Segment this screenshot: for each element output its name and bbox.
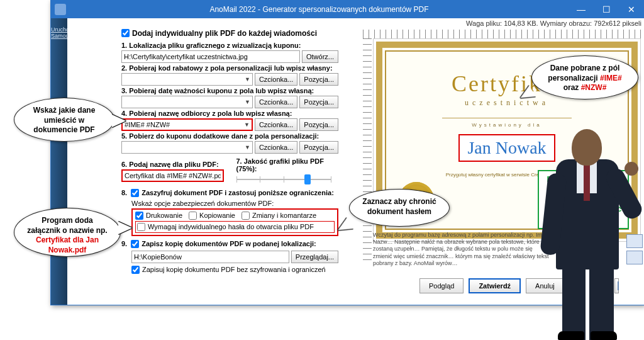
position-button-3[interactable]: Pozycja... [299, 96, 338, 108]
maximize-button[interactable]: ☐ [594, 1, 619, 18]
extra-data-combo[interactable]: ▼ [121, 141, 253, 154]
status-text: Waga pliku: 104,83 KB. Wymiary obrazu: 7… [466, 20, 641, 27]
save-copy-label: Zapisz kopię dokumentów PDF w podanej lo… [142, 240, 316, 247]
window-title: AnoMail 2022 - Generator spersonalizowan… [70, 5, 569, 14]
font-button-5[interactable]: Czcionka... [255, 141, 297, 154]
close-button[interactable]: ✕ [619, 1, 644, 18]
recipient-combo[interactable]: #IME# #NZW#▼ [121, 118, 253, 131]
section-7-label: 7. Jakość grafiki pliku PDF (75%): [236, 157, 339, 173]
position-button-2[interactable]: Pozycja... [299, 73, 338, 86]
position-button-5[interactable]: Pozycja... [299, 141, 338, 154]
ruler-horizontal [363, 30, 641, 38]
opt-copy-checkbox[interactable] [189, 212, 197, 220]
minimize-button[interactable]: — [569, 1, 594, 18]
cert-issued-for: Wystawiony dla [399, 122, 615, 128]
callout-3: Zaznacz aby chronić dokument hasłem [349, 189, 450, 227]
copy-path-input[interactable] [131, 251, 289, 263]
pdf-filename-input[interactable] [121, 169, 224, 182]
encrypt-label: Zaszyfruj dokument PDF i zastosuj poniżs… [142, 189, 334, 196]
main-checkbox[interactable] [121, 29, 130, 37]
security-hint: Wskaż opcje zabezpieczeń dokumentów PDF: [131, 200, 338, 207]
tutorial-link[interactable]: Uruchom Samouczek [51, 27, 67, 40]
confirm-button[interactable]: Zatwierdź [469, 278, 521, 293]
opt-print-checkbox[interactable] [135, 212, 143, 220]
left-sidebar: Uruchom Samouczek [51, 18, 67, 305]
font-button-4[interactable]: Czcionka... [255, 118, 297, 131]
graphic-path-input[interactable] [121, 50, 300, 63]
instructions-text: Wczytaj do programu bazę adresową z pola… [373, 232, 550, 267]
ruler-vertical [363, 38, 372, 264]
titlebar: AnoMail 2022 - Generator spersonalizowan… [51, 1, 644, 18]
opt-changes-checkbox[interactable] [242, 212, 250, 220]
font-button-3[interactable]: Czcionka... [255, 96, 297, 108]
section-4-label: 4. Pobieraj nazwę odbiorcy z pola lub wp… [121, 110, 338, 117]
app-icon [55, 4, 66, 15]
section-5-label: 5. Pobierz do kuponu dodatkowe dane z po… [121, 132, 338, 140]
save-unencrypted-checkbox[interactable] [131, 266, 140, 274]
main-checkbox-label: Dodaj indywidualny plik PDF do każdej wi… [132, 29, 317, 38]
font-button-2[interactable]: Czcionka... [255, 73, 297, 86]
position-button-4[interactable]: Pozycja... [299, 118, 338, 131]
section-1-label: 1. Lokalizacja pliku graficznego z wizua… [121, 42, 338, 49]
section-3-label: 3. Pobieraj datę ważności kuponu z pola … [121, 87, 338, 94]
open-button[interactable]: Otwórz... [302, 50, 338, 63]
section-2-label: 2. Pobieraj kod rabatowy z pola personal… [121, 64, 338, 72]
discount-code-combo[interactable]: ▼ [121, 73, 253, 86]
save-copy-checkbox[interactable] [131, 240, 139, 248]
cert-subtitle: uczestnictwa [399, 98, 615, 108]
expiry-date-combo[interactable]: ▼ [121, 96, 253, 108]
callout-1: Wskaż jakie dane umieścić w dokumencie P… [14, 98, 114, 142]
quality-slider[interactable] [236, 174, 331, 185]
encrypt-checkbox[interactable] [131, 189, 139, 197]
callout-4: Dane pobrane z pól personalizacji #IME# … [531, 55, 638, 99]
callout-2: Program doda załącznik o nazwie np. Cert… [14, 208, 121, 257]
opt-password-checkbox[interactable] [137, 223, 145, 231]
preview-button[interactable]: Podgląd [419, 278, 464, 293]
section-6-label: 6. Podaj nazwę dla pliku PDF: [121, 161, 224, 168]
presenter-figure [540, 129, 635, 340]
browse-button[interactable]: Przeglądaj... [291, 251, 338, 263]
